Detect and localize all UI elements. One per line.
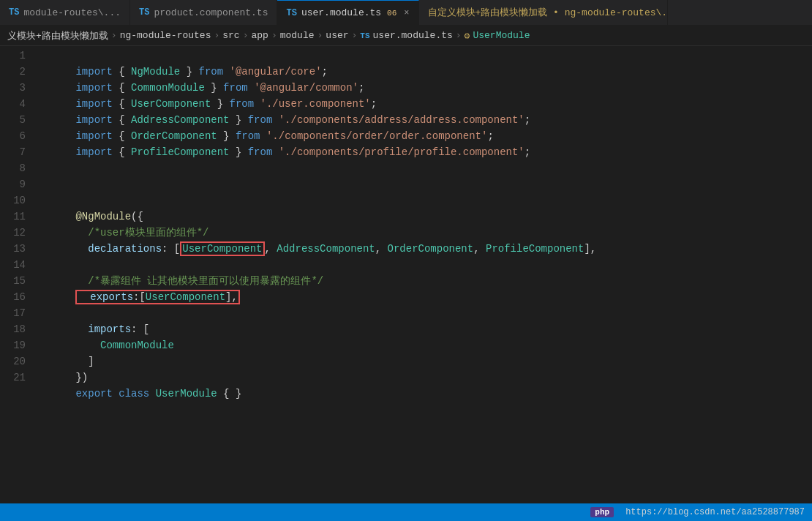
tab-product-component[interactable]: TS product.component.ts (130, 0, 277, 26)
code-line-1: import { NgModule } from '@angular/core'… (39, 48, 812, 64)
crumb-app: app (251, 30, 268, 41)
tab-bar: TS module-routes\... TS product.componen… (0, 0, 812, 26)
crumb-module: module (280, 30, 315, 41)
close-icon-3[interactable]: × (404, 8, 409, 18)
code-line-15: exports:[UserComponent], (39, 273, 812, 289)
crumb-ts-icon: TS (360, 31, 369, 40)
code-line-8 (39, 160, 812, 176)
code-line-17: imports: [ (39, 305, 812, 321)
tab-label-3: user.module.ts (301, 7, 381, 18)
code-line-7 (39, 144, 812, 160)
code-line-21: export class UserModule { } (39, 370, 812, 386)
code-line-10: @NgModule({ (39, 192, 812, 209)
code-line-16 (39, 289, 812, 305)
code-line-6: import { ProfileComponent } from './comp… (39, 128, 812, 144)
code-line-5: import { OrderComponent } from './compon… (39, 112, 812, 128)
sep1: › (111, 30, 117, 41)
code-line-4: import { AddressComponent } from './comp… (39, 96, 812, 112)
tab-title-long[interactable]: 自定义模块+路由模块懒加载 • ng-module-routes\... × (419, 0, 668, 26)
crumb-src: src (222, 30, 239, 41)
tab-module-routes[interactable]: TS module-routes\... (0, 0, 130, 26)
sep4: › (271, 30, 277, 41)
tab-label-2: product.component.ts (154, 7, 268, 18)
crumb-user: user (326, 30, 348, 41)
sep7: › (456, 30, 462, 41)
ts-icon-2: TS (139, 7, 149, 18)
status-url: https://blog.csdn.net/aa2528877987 (625, 507, 805, 517)
editor: 1 2 3 4 5 6 7 8 9 10 11 12 13 14 15 16 1… (0, 46, 812, 503)
crumb-usermodule: UserModule (473, 30, 530, 41)
code-line-11: /*user模块里面的组件*/ (39, 209, 812, 225)
sep5: › (317, 30, 323, 41)
status-bar: php https://blog.csdn.net/aa2528877987 (0, 503, 812, 521)
line-numbers: 1 2 3 4 5 6 7 8 9 10 11 12 13 14 15 16 1… (0, 46, 33, 503)
code-line-18: CommonModule (39, 321, 812, 337)
code-line-2: import { CommonModule } from '@angular/c… (39, 64, 812, 80)
code-line-20: }) (39, 353, 812, 370)
tab-label-1: module-routes\... (23, 7, 121, 18)
code-line-3: import { UserComponent } from './user.co… (39, 80, 812, 96)
php-badge: php (590, 507, 614, 517)
code-line-12: declarations: [UserComponent, AddressCom… (39, 225, 812, 241)
crumb-filename: user.module.ts (373, 30, 453, 41)
sep2: › (214, 30, 219, 41)
code-line-9 (39, 176, 812, 192)
code-line-19: ] (39, 337, 812, 353)
tab-label-4: 自定义模块+路由模块懒加载 • ng-module-routes\... (428, 6, 668, 19)
code-line-13 (39, 241, 812, 257)
crumb-repo: ng-module-routes (120, 30, 211, 41)
tab-badge: 06 (387, 9, 396, 18)
ts-icon-3: TS (286, 8, 296, 18)
crumb-prefix: 义模块+路由模块懒加载 (7, 29, 108, 42)
ts-icon-1: TS (9, 7, 19, 18)
breadcrumb: 义模块+路由模块懒加载 › ng-module-routes › src › a… (0, 26, 812, 46)
tab-user-module[interactable]: TS user.module.ts 06 × (277, 0, 418, 26)
crumb-class-icon: ⚙ (465, 30, 470, 42)
sep3: › (243, 30, 249, 41)
sep6: › (352, 30, 358, 41)
code-area[interactable]: import { NgModule } from '@angular/core'… (33, 46, 812, 503)
code-line-14: /*暴露组件 让其他模块里面可以使用暴露的组件*/ (39, 257, 812, 273)
